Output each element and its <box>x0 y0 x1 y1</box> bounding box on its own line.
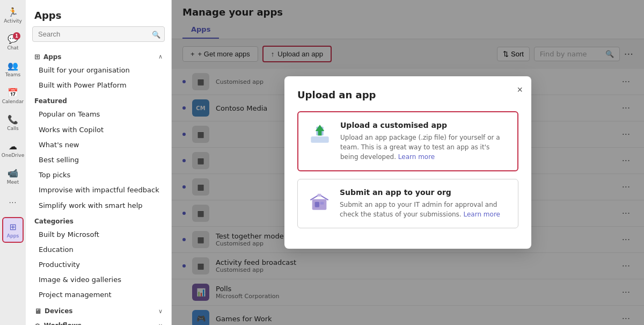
sidebar-item-built-org[interactable]: Built for your organisation <box>30 63 167 78</box>
sidebar-section-apps-title: ⊞ Apps <box>34 53 62 61</box>
activity-icon: 🏃 <box>8 7 18 17</box>
devices-icon: 🖥 <box>34 307 41 315</box>
calendar-icon: 📅 <box>8 88 18 98</box>
rail-item-teams[interactable]: 👥 Teams <box>2 56 24 82</box>
devices-chevron: ∨ <box>158 308 163 315</box>
sidebar-section-featured: Featured Popular on Teams Works with Cop… <box>26 93 171 213</box>
teams-label: Teams <box>5 72 20 77</box>
apps-section-icon: ⊞ <box>34 53 40 61</box>
search-input[interactable] <box>32 26 165 42</box>
onedrive-icon: ☁ <box>9 141 17 151</box>
workflows-chevron: ∨ <box>158 322 163 325</box>
sidebar-item-best-selling[interactable]: Best selling <box>30 153 167 168</box>
meet-icon: 📹 <box>8 168 18 178</box>
more-icon: ··· <box>9 199 17 207</box>
apps-label: Apps <box>7 233 19 239</box>
sidebar-search-container: 🔍 <box>32 26 165 42</box>
onedrive-label: OneDrive <box>2 153 24 158</box>
search-icon: 🔍 <box>152 30 160 38</box>
meet-label: Meet <box>7 179 19 185</box>
upload-customised-icon <box>307 121 333 147</box>
sidebar-item-top-picks[interactable]: Top picks <box>30 168 167 183</box>
sidebar-section-devices-header[interactable]: 🖥 Devices ∨ <box>30 303 167 317</box>
modal-title: Upload an app <box>297 89 518 100</box>
sidebar-item-productivity[interactable]: Productivity <box>30 257 167 272</box>
upload-customised-content: Upload a customised app Upload an app pa… <box>340 121 509 162</box>
sidebar-section-categories-header[interactable]: Categories <box>30 213 167 227</box>
sidebar-section-apps-header[interactable]: ⊞ Apps ∧ <box>30 48 167 63</box>
workflows-icon: ⚙ <box>34 322 41 325</box>
upload-customised-title: Upload a customised app <box>340 121 509 129</box>
svg-rect-3 <box>318 129 322 136</box>
rail-item-meet[interactable]: 📹 Meet <box>2 163 24 189</box>
submit-org-icon <box>306 188 332 214</box>
sidebar-section-featured-title: Featured <box>34 97 67 105</box>
svg-rect-7 <box>318 194 321 197</box>
modal-overlay[interactable]: Upload an app × Upload a customised app … <box>172 0 644 325</box>
sidebar-section-workflows-title: ⚙ Workflows <box>34 322 82 325</box>
upload-learn-more-link[interactable]: Learn more <box>398 153 435 161</box>
rail-item-calendar[interactable]: 📅 Calendar <box>2 83 24 109</box>
sidebar-section-categories-title: Categories <box>34 218 74 225</box>
apps-icon: ⊞ <box>9 222 16 232</box>
icon-rail: 🏃 Activity 1 💬 Chat 👥 Teams 📅 Calendar 📞… <box>0 0 26 325</box>
submit-org-card[interactable]: Submit an app to your org Submit an app … <box>297 179 518 228</box>
chat-label: Chat <box>7 45 18 50</box>
sidebar-section-apps: ⊞ Apps ∧ Built for your organisation Bui… <box>26 48 171 93</box>
sidebar-item-project-mgmt[interactable]: Project management <box>30 287 167 302</box>
svg-rect-5 <box>315 202 319 207</box>
rail-item-chat[interactable]: 1 💬 Chat <box>2 29 24 55</box>
apps-section-chevron: ∧ <box>158 53 163 60</box>
sidebar-item-whats-new[interactable]: What's new <box>30 138 167 153</box>
sidebar-section-devices-title: 🖥 Devices <box>34 307 72 315</box>
rail-item-onedrive[interactable]: ☁ OneDrive <box>2 136 24 162</box>
sidebar-item-image-video[interactable]: Image & video galleries <box>30 272 167 287</box>
sidebar-item-built-power[interactable]: Built with Power Platform <box>30 78 167 93</box>
sidebar-section-categories: Categories Built by Microsoft Education … <box>26 213 171 303</box>
sidebar-section-featured-header[interactable]: Featured <box>30 93 167 107</box>
sidebar-title: Apps <box>26 0 171 26</box>
sidebar-item-education[interactable]: Education <box>30 242 167 257</box>
sidebar-item-improvise[interactable]: Improvise with impactful feedback <box>30 183 167 198</box>
sidebar-item-simplify[interactable]: Simplify work with smart help <box>30 198 167 213</box>
sidebar-item-popular[interactable]: Popular on Teams <box>30 107 167 122</box>
upload-customised-desc: Upload an app package (.zip file) for yo… <box>340 133 509 162</box>
upload-app-modal: Upload an app × Upload a customised app … <box>284 76 531 249</box>
submit-org-title: Submit an app to your org <box>340 188 509 197</box>
chat-badge: 1 <box>13 32 20 40</box>
sidebar-item-works-copilot[interactable]: Works with Copilot <box>30 122 167 138</box>
svg-rect-6 <box>320 202 324 205</box>
svg-rect-0 <box>311 136 328 143</box>
rail-item-calls[interactable]: 📞 Calls <box>2 110 24 135</box>
sidebar: Apps 🔍 ⊞ Apps ∧ Built for your organisat… <box>26 0 172 325</box>
sidebar-section-workflows-header[interactable]: ⚙ Workflows ∨ <box>30 317 167 325</box>
upload-customised-card[interactable]: Upload a customised app Upload an app pa… <box>297 111 518 171</box>
sidebar-item-built-microsoft[interactable]: Built by Microsoft <box>30 227 167 242</box>
submit-org-desc: Submit an app to your IT admin for appro… <box>340 200 509 219</box>
sidebar-section-devices: 🖥 Devices ∨ <box>26 303 171 317</box>
rail-item-apps[interactable]: ⊞ Apps <box>2 217 24 243</box>
calls-icon: 📞 <box>8 114 18 125</box>
activity-label: Activity <box>4 18 22 24</box>
calendar-label: Calendar <box>2 99 24 104</box>
teams-icon: 👥 <box>8 61 18 71</box>
rail-item-activity[interactable]: 🏃 Activity <box>2 2 24 28</box>
submit-org-content: Submit an app to your org Submit an app … <box>340 188 509 219</box>
main-content: Manage your apps Apps + + Get more apps … <box>172 0 644 325</box>
rail-item-more[interactable]: ··· <box>2 190 24 216</box>
submit-learn-more-link[interactable]: Learn more <box>464 211 500 218</box>
modal-close-button[interactable]: × <box>517 85 523 95</box>
calls-label: Calls <box>7 126 19 131</box>
sidebar-section-workflows: ⚙ Workflows ∨ <box>26 317 171 325</box>
